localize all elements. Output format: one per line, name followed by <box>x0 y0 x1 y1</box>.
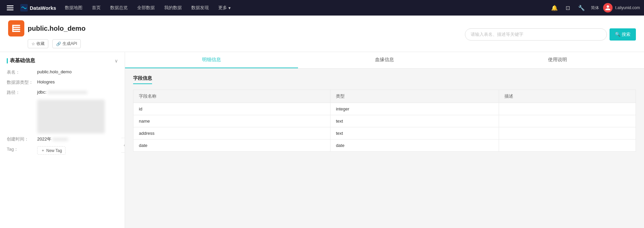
generate-api-button[interactable]: 🔗 生成API <box>52 39 81 48</box>
header-left: public.holo_demo ☆ 收藏 🔗 生成API <box>8 20 85 48</box>
search-input-wrap <box>465 28 607 41</box>
favorite-button[interactable]: ☆ 收藏 <box>28 39 48 48</box>
section-header: 表基础信息 ∨ <box>7 57 118 64</box>
settings-icon[interactable]: 🔧 <box>576 2 587 13</box>
tag-label: Tag： <box>7 146 37 155</box>
nav-item-overview[interactable]: 数据总览 <box>105 0 132 16</box>
col-desc: 描述 <box>499 90 636 103</box>
blurred-info-block <box>37 100 105 133</box>
path-blurred: xxxxxxxxxxxxxxxxxx <box>48 90 87 95</box>
col-field-name: 字段名称 <box>133 90 330 103</box>
search-area: 🔍 搜索 <box>465 28 636 41</box>
link-icon: 🔗 <box>56 42 61 46</box>
top-navigation: DataWorks 数据地图 首页 数据总览 全部数据 我的数据 数据发现 更多… <box>0 0 644 16</box>
section-title-bar <box>7 58 8 64</box>
fields-section-title: 字段信息 <box>133 75 152 84</box>
table-row: address text <box>133 127 636 140</box>
datasource-label: 数据源类型： <box>7 79 37 85</box>
nav-item-datamap[interactable]: 数据地图 <box>60 0 87 16</box>
star-icon: ☆ <box>31 42 35 46</box>
datasource-row: 数据源类型： Hologres <box>7 79 118 85</box>
field-type-cell: text <box>330 115 499 127</box>
search-input[interactable] <box>465 28 607 41</box>
nav-items: 数据地图 首页 数据总览 全部数据 我的数据 数据发现 更多 ▾ <box>60 0 549 16</box>
page-actions: ☆ 收藏 🔗 生成API <box>28 39 85 48</box>
page-header: public.holo_demo ☆ 收藏 🔗 生成API 🔍 搜索 <box>0 16 644 52</box>
panel-collapse-icon[interactable]: « <box>121 138 125 153</box>
field-type-cell: integer <box>330 103 499 115</box>
menu-icon[interactable] <box>4 2 16 14</box>
language-selector[interactable]: 简体 <box>590 5 600 11</box>
table-row: name text <box>133 115 636 127</box>
tabs-bar: 明细信息 血缘信息 使用说明 <box>125 52 644 69</box>
svg-rect-8 <box>12 25 14 32</box>
search-icon: 🔍 <box>615 32 620 37</box>
section-title: 表基础信息 <box>7 57 35 64</box>
field-name-cell: address <box>133 127 330 140</box>
username: t.aliyunid.com <box>615 5 640 10</box>
created-blurred: xxxxxxx <box>53 136 68 142</box>
path-row: 路径： jdbc: xxxxxxxxxxxxxxxxxx <box>7 90 118 96</box>
field-type-cell: text <box>330 127 499 140</box>
table-row: date date <box>133 140 636 152</box>
field-desc-cell <box>499 115 636 127</box>
collapse-button[interactable]: ∨ <box>115 58 118 64</box>
plus-icon: ＋ <box>41 148 45 153</box>
svg-rect-0 <box>7 5 14 6</box>
svg-rect-1 <box>7 7 14 8</box>
col-type: 类型 <box>330 90 499 103</box>
nav-item-my-data[interactable]: 我的数据 <box>159 0 187 16</box>
nav-item-home[interactable]: 首页 <box>87 0 105 16</box>
table-icon <box>8 20 24 36</box>
chevron-down-icon: ▾ <box>228 5 231 10</box>
avatar[interactable] <box>603 3 613 12</box>
field-name-cell: name <box>133 115 330 127</box>
nav-item-all-data[interactable]: 全部数据 <box>132 0 159 16</box>
logo[interactable]: DataWorks <box>16 4 60 11</box>
table-name-value: public.holo_demo <box>37 69 118 75</box>
title-row: public.holo_demo <box>8 20 85 36</box>
right-panel: 明细信息 血缘信息 使用说明 字段信息 字段名称 类型 描述 id intege… <box>125 52 644 228</box>
table-name-row: 表名： public.holo_demo <box>7 69 118 75</box>
created-time-row: 创建时间： 2022年 xxxxxxx <box>7 136 118 142</box>
created-time-value: 2022年 xxxxxxx <box>37 136 118 142</box>
tab-detail[interactable]: 明细信息 <box>125 52 298 68</box>
field-name-cell: id <box>133 103 330 115</box>
nav-item-discovery[interactable]: 数据发现 <box>187 0 214 16</box>
tab-content: 字段信息 字段名称 类型 描述 id integer name text add… <box>125 69 644 158</box>
table-header-row: 字段名称 类型 描述 <box>133 90 636 103</box>
created-time-label: 创建时间： <box>7 136 37 142</box>
svg-rect-2 <box>7 9 14 10</box>
page-title: public.holo_demo <box>28 25 85 32</box>
new-tag-button[interactable]: ＋ New Tag <box>37 146 66 155</box>
field-desc-cell <box>499 103 636 115</box>
table-name-label: 表名： <box>7 69 37 75</box>
tab-lineage[interactable]: 血缘信息 <box>298 52 471 68</box>
search-button[interactable]: 🔍 搜索 <box>610 28 636 41</box>
table-row: id integer <box>133 103 636 115</box>
path-value: jdbc: xxxxxxxxxxxxxxxxxx <box>37 90 118 96</box>
tag-row: Tag： ＋ New Tag <box>7 146 118 155</box>
field-desc-cell <box>499 140 636 152</box>
path-label: 路径： <box>7 90 37 96</box>
left-panel: 表基础信息 ∨ 表名： public.holo_demo 数据源类型： Holo… <box>0 52 125 228</box>
logo-text: DataWorks <box>30 5 56 11</box>
nav-item-more[interactable]: 更多 ▾ <box>214 0 236 16</box>
field-name-cell: date <box>133 140 330 152</box>
field-type-cell: date <box>330 140 499 152</box>
datasource-value: Hologres <box>37 79 118 85</box>
topnav-right: 🔔 ⊡ 🔧 简体 t.aliyunid.com <box>549 2 640 13</box>
field-desc-cell <box>499 127 636 140</box>
fields-table: 字段名称 类型 描述 id integer name text address … <box>133 90 636 152</box>
tab-usage[interactable]: 使用说明 <box>471 52 644 68</box>
help-icon[interactable]: ⊡ <box>563 2 573 13</box>
notification-icon[interactable]: 🔔 <box>549 2 560 13</box>
main-layout: 表基础信息 ∨ 表名： public.holo_demo 数据源类型： Holo… <box>0 52 644 228</box>
